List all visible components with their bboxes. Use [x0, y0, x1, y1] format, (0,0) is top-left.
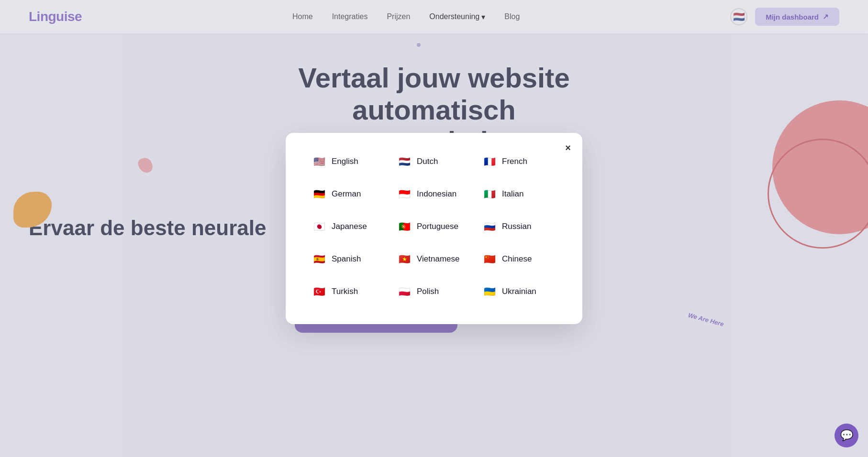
lang-label-chinese: Chinese: [502, 254, 532, 264]
lang-item-chinese[interactable]: 🇨🇳 Chinese: [479, 250, 559, 269]
flag-indonesian: 🇮🇩: [397, 186, 412, 202]
lang-label-ukrainian: Ukrainian: [502, 287, 536, 296]
language-modal: × 🇺🇸 English 🇳🇱 Dutch 🇫🇷 French 🇩🇪 Germa…: [286, 133, 582, 324]
lang-item-indonesian[interactable]: 🇮🇩 Indonesian: [394, 185, 474, 204]
flag-russian: 🇷🇺: [482, 219, 497, 234]
lang-item-vietnamese[interactable]: 🇻🇳 Vietnamese: [394, 250, 474, 269]
lang-item-japanese[interactable]: 🇯🇵 Japanese: [309, 217, 389, 236]
lang-item-turkish[interactable]: 🇹🇷 Turkish: [309, 282, 389, 301]
flag-ukrainian: 🇺🇦: [482, 284, 497, 299]
lang-label-dutch: Dutch: [417, 157, 438, 166]
flag-german: 🇩🇪: [312, 186, 327, 202]
lang-label-portuguese: Portuguese: [417, 222, 458, 231]
modal-close-button[interactable]: ×: [565, 142, 571, 153]
lang-item-ukrainian[interactable]: 🇺🇦 Ukrainian: [479, 282, 559, 301]
flag-japanese: 🇯🇵: [312, 219, 327, 234]
lang-item-russian[interactable]: 🇷🇺 Russian: [479, 217, 559, 236]
lang-item-portuguese[interactable]: 🇵🇹 Portuguese: [394, 217, 474, 236]
language-grid: 🇺🇸 English 🇳🇱 Dutch 🇫🇷 French 🇩🇪 German …: [309, 152, 559, 301]
flag-english: 🇺🇸: [312, 154, 327, 169]
lang-item-french[interactable]: 🇫🇷 French: [479, 152, 559, 171]
flag-chinese: 🇨🇳: [482, 251, 497, 267]
lang-item-dutch[interactable]: 🇳🇱 Dutch: [394, 152, 474, 171]
lang-label-indonesian: Indonesian: [417, 189, 456, 199]
flag-french: 🇫🇷: [482, 154, 497, 169]
lang-label-french: French: [502, 157, 527, 166]
lang-label-spanish: Spanish: [332, 254, 361, 264]
lang-item-english[interactable]: 🇺🇸 English: [309, 152, 389, 171]
lang-item-polish[interactable]: 🇵🇱 Polish: [394, 282, 474, 301]
lang-item-german[interactable]: 🇩🇪 German: [309, 185, 389, 204]
chat-bubble[interactable]: 💬: [835, 424, 858, 447]
chat-icon: 💬: [840, 429, 853, 442]
lang-label-turkish: Turkish: [332, 287, 358, 296]
flag-turkish: 🇹🇷: [312, 284, 327, 299]
lang-label-russian: Russian: [502, 222, 531, 231]
lang-label-japanese: Japanese: [332, 222, 367, 231]
flag-spanish: 🇪🇸: [312, 251, 327, 267]
flag-dutch: 🇳🇱: [397, 154, 412, 169]
flag-italian: 🇮🇹: [482, 186, 497, 202]
modal-overlay: × 🇺🇸 English 🇳🇱 Dutch 🇫🇷 French 🇩🇪 Germa…: [0, 0, 868, 457]
lang-item-spanish[interactable]: 🇪🇸 Spanish: [309, 250, 389, 269]
lang-label-german: German: [332, 189, 361, 199]
lang-label-english: English: [332, 157, 358, 166]
lang-label-vietnamese: Vietnamese: [417, 254, 459, 264]
flag-portuguese: 🇵🇹: [397, 219, 412, 234]
flag-vietnamese: 🇻🇳: [397, 251, 412, 267]
lang-item-italian[interactable]: 🇮🇹 Italian: [479, 185, 559, 204]
lang-label-italian: Italian: [502, 189, 523, 199]
lang-label-polish: Polish: [417, 287, 439, 296]
flag-polish: 🇵🇱: [397, 284, 412, 299]
